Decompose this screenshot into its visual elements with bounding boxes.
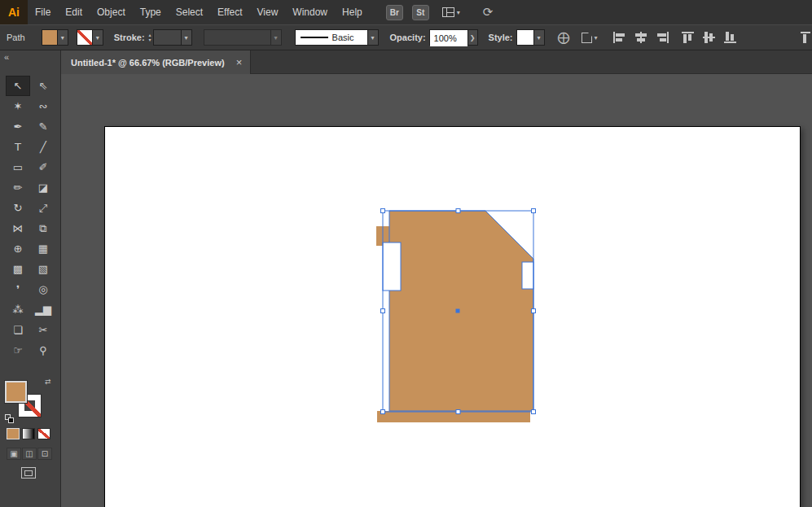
selection-handle-top-left[interactable] bbox=[381, 209, 385, 213]
stepper-down-icon[interactable]: ▾ bbox=[149, 37, 151, 42]
canvas-area[interactable] bbox=[61, 74, 812, 507]
document-setup-dropdown[interactable]: ▾ bbox=[582, 33, 598, 43]
apply-color-button[interactable] bbox=[7, 428, 20, 439]
brush-definition-dropdown: ▾ bbox=[204, 29, 282, 46]
width-tool[interactable]: ⋈ bbox=[6, 218, 30, 238]
menu-type[interactable]: Type bbox=[133, 0, 169, 24]
align-vertical-center-button[interactable] bbox=[702, 31, 717, 44]
fill-color-combo[interactable]: ▾ bbox=[42, 29, 68, 46]
menu-help[interactable]: Help bbox=[335, 0, 370, 24]
direct-selection-tool[interactable]: ⇖ bbox=[31, 76, 55, 96]
zoom-tool[interactable]: ⚲ bbox=[31, 340, 55, 361]
fill-color-swatch[interactable] bbox=[42, 30, 57, 45]
stroke-color-combo[interactable]: ▾ bbox=[77, 29, 103, 46]
recolor-artwork-icon[interactable]: ⨁ bbox=[558, 30, 570, 45]
eraser-tool[interactable]: ◪ bbox=[31, 177, 55, 198]
opacity-value[interactable]: 100% bbox=[430, 30, 467, 46]
distribute-button[interactable] bbox=[800, 31, 812, 44]
rotate-tool[interactable]: ↻ bbox=[6, 198, 30, 218]
context-label: Path bbox=[7, 33, 25, 42]
workspace-switcher[interactable]: ▾ bbox=[442, 7, 460, 17]
chevron-down-icon: ▾ bbox=[457, 9, 460, 16]
stroke-line-icon bbox=[301, 37, 328, 38]
scale-tool[interactable]: ⤢ bbox=[31, 198, 55, 218]
pen-tool[interactable]: ✒ bbox=[6, 116, 30, 137]
lasso-tool[interactable]: ∾ bbox=[31, 96, 55, 116]
graphic-style-swatch[interactable] bbox=[517, 30, 533, 45]
stroke-style-preview: Basic bbox=[296, 30, 367, 45]
bridge-button[interactable]: Br bbox=[386, 5, 403, 20]
column-graph-tool[interactable]: ▂▆ bbox=[31, 299, 55, 320]
free-transform-tool[interactable]: ⧉ bbox=[31, 218, 55, 238]
screen-mode-button[interactable] bbox=[21, 467, 36, 479]
rectangle-tool[interactable]: ▭ bbox=[6, 157, 30, 177]
selection-handle-mid-left[interactable] bbox=[381, 309, 385, 313]
selection-handle-top-center[interactable] bbox=[456, 209, 460, 213]
symbol-sprayer-tool[interactable]: ⁂ bbox=[6, 299, 30, 320]
align-bottom-button[interactable] bbox=[723, 31, 738, 44]
stroke-weight-stepper[interactable]: ▴ ▾ bbox=[149, 33, 151, 42]
artwork-bottom-strip[interactable] bbox=[377, 411, 530, 422]
slice-tool[interactable]: ✂ bbox=[31, 320, 55, 340]
selection-tool[interactable]: ↖ bbox=[6, 76, 30, 96]
artboard-tool[interactable]: ❏ bbox=[6, 320, 30, 340]
draw-normal-button[interactable]: ▣ bbox=[7, 448, 21, 460]
stroke-style-value: Basic bbox=[332, 33, 354, 42]
menu-effect[interactable]: Effect bbox=[210, 0, 249, 24]
blend-tool[interactable]: ◎ bbox=[31, 279, 55, 299]
chevron-down-icon: ▾ bbox=[92, 30, 103, 45]
stroke-none-swatch[interactable] bbox=[77, 30, 92, 45]
selection-handle-bottom-left[interactable] bbox=[381, 410, 385, 414]
chevron-right-icon[interactable]: ❯ bbox=[467, 30, 477, 45]
selection-handle-bottom-right[interactable] bbox=[532, 410, 536, 414]
illustrator-window: Ai File Edit Object Type Select Effect V… bbox=[0, 0, 812, 507]
sync-settings-icon[interactable]: ⟳ bbox=[483, 5, 494, 20]
curvature-tool[interactable]: ✎ bbox=[31, 116, 55, 137]
swap-fill-stroke-icon[interactable]: ⇄ bbox=[45, 378, 51, 386]
mesh-tool[interactable]: ▩ bbox=[6, 259, 30, 279]
selection-handle-top-right[interactable] bbox=[532, 209, 536, 213]
artwork-left-notch bbox=[383, 243, 401, 291]
align-left-button[interactable] bbox=[612, 31, 627, 44]
menu-edit[interactable]: Edit bbox=[58, 0, 90, 24]
type-tool[interactable]: T bbox=[6, 137, 30, 157]
apply-gradient-button[interactable] bbox=[22, 428, 35, 439]
menu-window[interactable]: Window bbox=[285, 0, 335, 24]
default-fill-stroke-icon[interactable] bbox=[5, 414, 15, 424]
fill-indicator[interactable] bbox=[5, 381, 27, 403]
align-buttons bbox=[609, 31, 741, 44]
menu-bar: Ai File Edit Object Type Select Effect V… bbox=[0, 0, 812, 24]
stock-button[interactable]: St bbox=[412, 5, 429, 20]
magic-wand-tool[interactable]: ✶ bbox=[6, 96, 30, 116]
collapse-panel-button[interactable]: « bbox=[4, 52, 9, 62]
stroke-weight-dropdown[interactable]: ▾ bbox=[153, 29, 192, 46]
close-icon[interactable]: × bbox=[236, 57, 243, 68]
eyedropper-tool[interactable]: ❜ bbox=[6, 279, 30, 299]
paintbrush-tool[interactable]: ✐ bbox=[31, 157, 55, 177]
apply-none-button[interactable] bbox=[37, 428, 50, 439]
menu-select[interactable]: Select bbox=[169, 0, 210, 24]
artwork-shape-body[interactable] bbox=[389, 211, 533, 411]
align-horizontal-center-button[interactable] bbox=[634, 31, 648, 44]
shape-builder-tool[interactable]: ⊕ bbox=[6, 238, 30, 259]
pencil-tool[interactable]: ✏ bbox=[6, 177, 30, 198]
perspective-grid-tool[interactable]: ▦ bbox=[31, 238, 55, 259]
align-top-button[interactable] bbox=[681, 31, 696, 44]
draw-inside-button[interactable]: ⊡ bbox=[37, 448, 52, 460]
stroke-style-combo[interactable]: Basic ▾ bbox=[295, 29, 379, 46]
selection-handle-mid-right[interactable] bbox=[532, 309, 536, 313]
draw-behind-button[interactable]: ◫ bbox=[22, 448, 37, 460]
graphic-style-combo[interactable]: ▾ bbox=[516, 29, 545, 46]
menu-file[interactable]: File bbox=[28, 0, 58, 24]
hand-tool[interactable]: ☞ bbox=[6, 340, 30, 361]
menu-object[interactable]: Object bbox=[90, 0, 133, 24]
control-bar: Path ▾ ▾ Stroke: ▴ ▾ ▾ ▾ Basic ▾ bbox=[0, 24, 812, 50]
gradient-tool[interactable]: ▧ bbox=[31, 259, 55, 279]
menu-view[interactable]: View bbox=[250, 0, 286, 24]
chevron-down-icon: ▾ bbox=[367, 30, 378, 45]
line-segment-tool[interactable]: ╱ bbox=[31, 137, 55, 157]
document-tab[interactable]: Untitled-1* @ 66.67% (RGB/Preview) × bbox=[61, 50, 251, 74]
selection-handle-bottom-center[interactable] bbox=[456, 410, 460, 414]
align-right-button[interactable] bbox=[655, 31, 669, 44]
opacity-field[interactable]: 100% ❯ bbox=[429, 29, 478, 46]
